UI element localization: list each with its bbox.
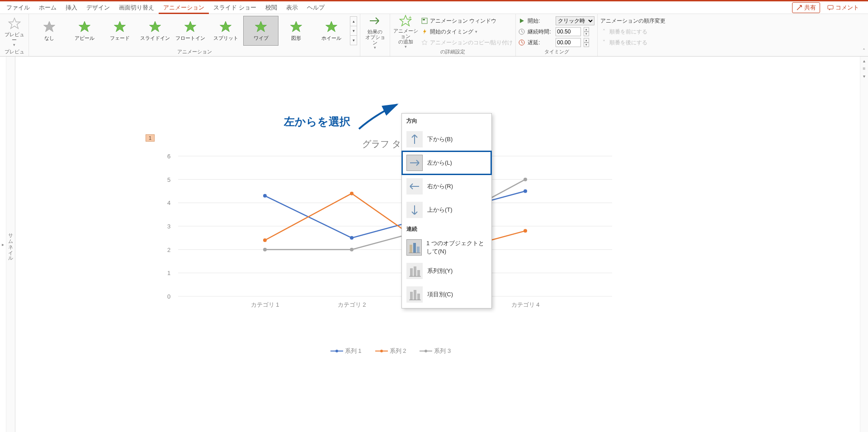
gallery-down-icon[interactable]: ▾ [350, 26, 357, 36]
thumbnail-expand-icon[interactable]: ▸ [0, 57, 6, 432]
painter-star-icon [421, 39, 428, 46]
svg-point-26 [263, 194, 267, 198]
tab-review[interactable]: 校閲 [261, 1, 282, 14]
rail-up-icon[interactable]: ▴ [863, 58, 865, 63]
animation-painter-button[interactable]: アニメーションのコピー/貼り付け [421, 38, 513, 47]
legend-item: 系列 3 [420, 347, 451, 355]
sequence-option-2[interactable]: 項目別(C) [402, 283, 491, 306]
y-tick-label: 0 [167, 293, 170, 300]
y-tick-label: 4 [167, 199, 170, 206]
share-button[interactable]: 共有 [792, 2, 820, 13]
animation-tag[interactable]: 1 [146, 134, 155, 142]
rail-mid-icon[interactable]: ≡ [863, 66, 866, 71]
animation-スプリット[interactable]: スプリット [208, 16, 243, 46]
gallery-item-label: 図形 [291, 35, 301, 42]
arrow-down-icon [406, 202, 423, 218]
svg-point-31 [350, 192, 354, 195]
tab-view[interactable]: 表示 [282, 1, 302, 14]
comment-button[interactable]: コメント [824, 2, 863, 13]
gallery-item-label: スライドイン [140, 35, 170, 42]
gallery-item-label: なし [44, 35, 54, 42]
animation-gallery: なしアピールフェードスライドインフロートインスプリットワイプ図形ホイール ▴ ▾… [32, 16, 357, 46]
spin-up-icon[interactable]: ▴ [584, 27, 589, 32]
tab-help[interactable]: ヘルプ [302, 1, 329, 14]
tab-design[interactable]: デザイン [82, 1, 114, 14]
sequence-option-1[interactable]: 系列別(Y) [402, 259, 491, 283]
direction-option-up[interactable]: 下から(B) [402, 128, 491, 151]
share-label: 共有 [804, 4, 816, 12]
svg-marker-8 [255, 21, 266, 32]
direction-header: 方向 [402, 114, 491, 128]
svg-marker-3 [79, 21, 90, 32]
direction-option-left[interactable]: 右から(R) [402, 175, 491, 198]
effect-options-dropdown: 方向 下から(B)左から(L)右から(R)上から(T) 連続 1 つのオブジェク… [401, 113, 492, 309]
animation-ホイール[interactable]: ホイール [314, 16, 349, 46]
duration-input[interactable] [556, 27, 581, 36]
legend-label: 系列 2 [390, 347, 406, 355]
star-icon [113, 20, 126, 33]
animation-スライドイン[interactable]: スライドイン [137, 16, 173, 46]
tab-slideshow[interactable]: スライド ショー [209, 1, 261, 14]
gallery-more-icon[interactable]: ▾ [350, 36, 357, 45]
spin-down-icon[interactable]: ▾ [584, 32, 589, 36]
workspace: ▸ サムネイル グラフ タイト 0123456カテゴリ 1カテゴリ 2カテゴリ … [0, 57, 868, 432]
trigger-button[interactable]: 開始のタイミング ▾ [421, 27, 513, 37]
chart[interactable]: グラフ タイト 0123456カテゴリ 1カテゴリ 2カテゴリ 3カテゴリ 4 … [151, 138, 630, 328]
chart-plot: 0123456カテゴリ 1カテゴリ 2カテゴリ 3カテゴリ 4 [178, 156, 612, 296]
direction-option-label: 左から(L) [427, 159, 452, 167]
preview-star-icon [7, 16, 22, 31]
move-after-label: 順番を後にする [609, 39, 647, 47]
legend-item: 系列 2 [375, 347, 406, 355]
tab-transitions[interactable]: 画面切り替え [114, 1, 159, 14]
animation-なし[interactable]: なし [32, 16, 67, 46]
animation-pane-label: アニメーション ウィンドウ [430, 17, 496, 25]
animation-フェード[interactable]: フェード [102, 16, 137, 46]
preview-button[interactable]: プレビュー ▾ [3, 16, 26, 47]
tab-file[interactable]: ファイル [2, 1, 34, 14]
duration-label: 継続時間: [528, 28, 553, 36]
star-icon [290, 20, 302, 33]
y-tick-label: 2 [167, 246, 170, 253]
add-animation-button[interactable]: + アニメーション の追加 ▾ [393, 16, 418, 47]
sequence-header: 連続 [402, 222, 491, 236]
gallery-up-icon[interactable]: ▴ [350, 17, 357, 26]
move-before-button[interactable]: ˄ 順番を前にする [600, 27, 665, 37]
delay-input[interactable] [556, 38, 581, 47]
pane-icon [421, 17, 428, 24]
svg-marker-16 [520, 19, 524, 23]
move-after-button[interactable]: ˅ 順番を後にする [600, 38, 665, 47]
direction-option-right[interactable]: 左から(L) [402, 151, 491, 175]
slide-canvas[interactable]: グラフ タイト 0123456カテゴリ 1カテゴリ 2カテゴリ 3カテゴリ 4 … [15, 57, 860, 432]
rail-down-icon[interactable]: ▾ [863, 74, 865, 79]
add-animation-label: アニメーション の追加 [393, 28, 418, 44]
bolt-icon [421, 28, 428, 35]
svg-point-35 [350, 248, 354, 252]
svg-marker-6 [184, 21, 196, 32]
svg-marker-10 [326, 21, 337, 32]
sequence-option-label: 1 つのオブジェクトとして(N) [426, 239, 487, 256]
move-before-label: 順番を前にする [609, 28, 647, 36]
collapse-ribbon-icon[interactable]: ˄ [863, 48, 865, 54]
direction-option-down[interactable]: 上から(T) [402, 198, 491, 222]
tab-home[interactable]: ホーム [34, 1, 61, 14]
start-select[interactable]: クリック時 [556, 16, 594, 25]
svg-marker-1 [9, 18, 20, 28]
arrow-right-icon [368, 14, 382, 28]
svg-rect-54 [417, 294, 420, 300]
tab-insert[interactable]: 挿入 [61, 1, 82, 14]
spin-up-icon[interactable]: ▴ [584, 38, 589, 43]
animation-アピール[interactable]: アピール [67, 16, 102, 46]
tab-animations[interactable]: アニメーション [159, 1, 209, 14]
gallery-scroll[interactable]: ▴ ▾ ▾ [350, 16, 357, 45]
effect-options-button[interactable]: 効果の オプション ▾ [363, 16, 387, 47]
animation-ワイプ[interactable]: ワイプ [243, 16, 278, 46]
animation-図形[interactable]: 図形 [278, 16, 314, 46]
spin-down-icon[interactable]: ▾ [584, 43, 589, 47]
annotation-text: 左からを選択 [284, 114, 350, 129]
animation-pane-button[interactable]: アニメーション ウィンドウ [421, 16, 513, 26]
animation-フロートイン[interactable]: フロートイン [173, 16, 208, 46]
thumbnail-rail[interactable]: サムネイル [6, 57, 15, 432]
star-icon [149, 20, 161, 33]
trigger-label: 開始のタイミング [430, 28, 473, 36]
sequence-option-0[interactable]: 1 つのオブジェクトとして(N) [402, 236, 491, 259]
